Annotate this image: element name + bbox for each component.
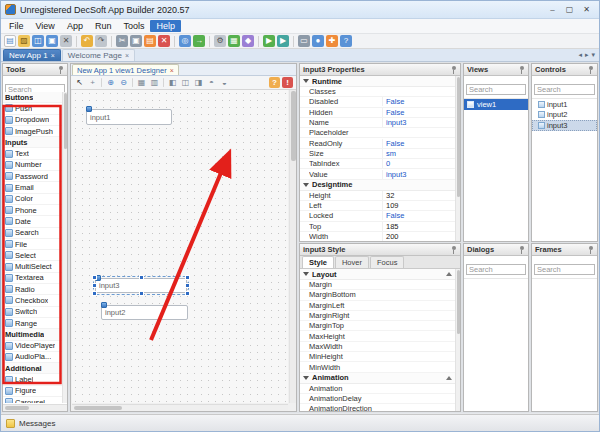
tools-item[interactable]: Radio — [3, 284, 62, 295]
style-property-row[interactable]: Margin — [300, 280, 455, 290]
selection-handle[interactable] — [139, 291, 144, 296]
property-row[interactable]: Placeholder — [300, 128, 455, 138]
property-row[interactable]: Disabled False — [300, 97, 455, 107]
property-row[interactable]: Left 109 — [300, 201, 455, 211]
toolbar-icon[interactable] — [293, 36, 294, 47]
property-row[interactable]: Value input3 — [300, 169, 455, 179]
pin-icon[interactable] — [450, 65, 457, 74]
zoom-out-icon[interactable]: ⊖ — [118, 77, 129, 88]
search-icon[interactable]: ◎ — [179, 35, 191, 47]
property-value[interactable]: 0 — [382, 159, 455, 168]
designer-toolbar-icon[interactable] — [101, 78, 102, 87]
app-options-icon[interactable]: ⚙ — [214, 35, 226, 47]
property-row[interactable]: Width 200 — [300, 232, 455, 241]
close-button[interactable]: ✕ — [578, 3, 595, 17]
debug-app-icon[interactable]: ▶ — [277, 35, 289, 47]
style-property-row[interactable]: MarginLeft — [300, 301, 455, 311]
undo-icon[interactable]: ↶ — [81, 35, 93, 47]
property-value[interactable]: 200 — [382, 232, 455, 241]
menu-app[interactable]: App — [61, 20, 89, 32]
tab-welcome-page[interactable]: Welcome Page × — [62, 49, 135, 61]
property-row[interactable]: Hidden False — [300, 108, 455, 118]
themes-icon[interactable]: ◆ — [242, 35, 254, 47]
selection-handle[interactable] — [185, 283, 190, 288]
pin-icon[interactable] — [518, 65, 525, 74]
tools-item[interactable]: Switch — [3, 307, 62, 318]
scrollbar-thumb[interactable] — [457, 270, 460, 334]
help-icon[interactable]: ? — [269, 77, 280, 88]
pin-icon[interactable] — [518, 245, 525, 254]
property-row[interactable]: Top 185 — [300, 222, 455, 232]
tab-focus[interactable]: Focus — [370, 256, 404, 268]
tools-item[interactable]: Carousel — [3, 397, 62, 403]
close-tab-icon[interactable]: × — [125, 52, 129, 59]
control-item[interactable]: input3 — [532, 120, 597, 131]
goto-icon[interactable]: → — [193, 35, 205, 47]
control-item[interactable]: input2 — [532, 110, 597, 121]
style-property-row[interactable]: MaxWidth — [300, 342, 455, 352]
property-row[interactable]: Name input3 — [300, 118, 455, 128]
style-property-row[interactable]: MarginBottom — [300, 290, 455, 300]
delete-icon[interactable]: ✕ — [158, 35, 170, 47]
designer-toolbar-icon[interactable] — [163, 78, 164, 87]
tools-item[interactable]: Number — [3, 160, 62, 171]
style-scrollbar[interactable] — [455, 269, 460, 411]
section-runtime[interactable]: Runtime — [300, 76, 455, 87]
property-value[interactable]: 32 — [382, 191, 455, 200]
property-value[interactable]: False — [382, 97, 455, 106]
tools-item[interactable]: Multimedia — [3, 329, 62, 340]
new-app-icon[interactable]: ▤ — [4, 35, 16, 47]
messages-bar[interactable]: Messages — [1, 414, 599, 431]
close-tab-icon[interactable]: × — [51, 52, 55, 59]
scrollbar-thumb[interactable] — [64, 93, 67, 149]
property-value[interactable]: input3 — [382, 170, 455, 179]
canvas-control-input1[interactable]: input1 — [86, 109, 172, 125]
snap-icon[interactable]: ▥ — [149, 77, 160, 88]
toolbar-icon[interactable] — [209, 36, 210, 47]
section-animation[interactable]: Animation — [300, 373, 455, 384]
copy-icon[interactable]: ▣ — [130, 35, 142, 47]
selection-handle[interactable] — [92, 275, 97, 280]
controls-search-input[interactable] — [534, 84, 595, 95]
align-top-icon[interactable]: ◓ — [206, 77, 217, 88]
maximize-button[interactable]: ▢ — [561, 3, 578, 17]
scrollbar-thumb[interactable] — [457, 77, 460, 197]
tools-item[interactable]: ImagePush — [3, 126, 62, 137]
tools-item[interactable]: Text — [3, 148, 62, 159]
properties-scrollbar[interactable] — [455, 76, 460, 241]
tools-item[interactable]: Dropdown — [3, 115, 62, 126]
tools-item[interactable]: Figure — [3, 386, 62, 397]
move-icon[interactable]: + — [87, 77, 98, 88]
property-value[interactable]: False — [382, 211, 455, 220]
property-row[interactable]: Locked False — [300, 211, 455, 221]
tools-item[interactable]: Additional — [3, 363, 62, 374]
help-icon[interactable]: ? — [340, 35, 352, 47]
view-item[interactable]: view1 — [464, 99, 528, 110]
canvas-vertical-scrollbar[interactable] — [289, 90, 296, 403]
tools-item[interactable]: Date — [3, 216, 62, 227]
selection-handle[interactable] — [185, 291, 190, 296]
zoom-in-icon[interactable]: ⊕ — [105, 77, 116, 88]
run-app-icon[interactable]: ▶ — [263, 35, 275, 47]
selection-handle[interactable] — [185, 275, 190, 280]
section-designtime[interactable]: Designtime — [300, 180, 455, 191]
property-value[interactable]: False — [382, 108, 455, 117]
section-layout[interactable]: Layout — [300, 269, 455, 280]
tab-list-dropdown-icon[interactable]: ▾ — [591, 51, 595, 59]
views-search-input[interactable] — [466, 84, 526, 95]
designer-tab[interactable]: New App 1 view1 Designer × — [72, 64, 179, 75]
scroll-tabs-right-icon[interactable]: ▸ — [585, 51, 589, 59]
tools-horizontal-scrollbar[interactable] — [3, 404, 67, 411]
style-property-row[interactable]: MinWidth — [300, 362, 455, 372]
property-row[interactable]: TabIndex 0 — [300, 159, 455, 169]
style-property-row[interactable]: MarginTop — [300, 321, 455, 331]
menu-view[interactable]: View — [30, 20, 61, 32]
menu-file[interactable]: File — [3, 20, 30, 32]
tools-item[interactable]: Range — [3, 318, 62, 329]
tools-item[interactable]: Search — [3, 228, 62, 239]
grid-icon[interactable]: ▦ — [136, 77, 147, 88]
toolbar-icon[interactable] — [76, 36, 77, 47]
cut-icon[interactable]: ✂ — [116, 35, 128, 47]
tools-item[interactable]: Select — [3, 250, 62, 261]
tab-hover[interactable]: Hover — [335, 256, 369, 268]
